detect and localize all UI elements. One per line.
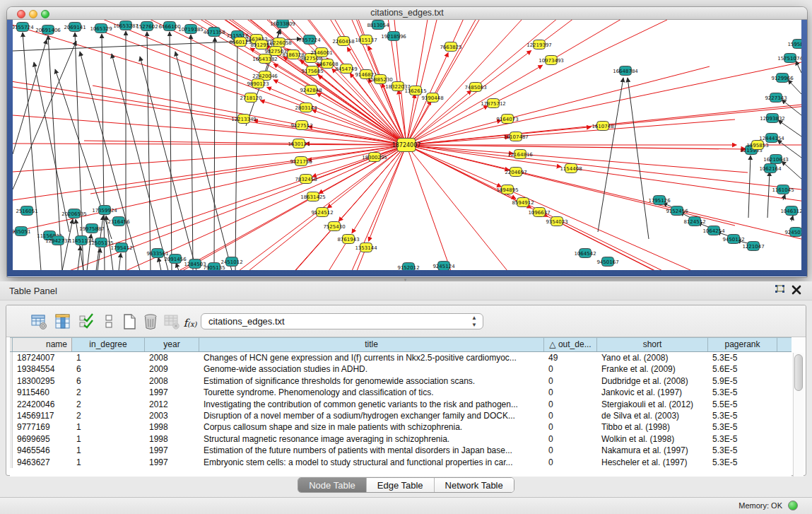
graph-node[interactable]: 18631425 (300, 192, 326, 201)
close-panel-icon[interactable] (789, 284, 804, 297)
graph-edge[interactable] (317, 93, 406, 145)
graph-edge[interactable] (598, 78, 623, 232)
graph-edge[interactable] (13, 145, 406, 172)
graph-edge[interactable] (147, 32, 151, 270)
tab-network-table[interactable]: Network Table (435, 478, 514, 492)
graph-edge[interactable] (516, 172, 735, 226)
graph-edge[interactable] (520, 154, 748, 173)
column-header-pagerank[interactable]: pagerank (708, 338, 777, 351)
window-titlebar[interactable]: citations_edges.txt (7, 7, 807, 20)
show-columns-icon[interactable] (54, 313, 71, 330)
graph-node[interactable]: 20206535 (61, 209, 87, 218)
graph-node[interactable]: 1154408 (560, 164, 582, 173)
graph-node[interactable]: 1353144 (355, 243, 377, 252)
graph-edge[interactable] (406, 20, 437, 145)
graph-node[interactable]: 9355724 (13, 23, 34, 32)
graph-edge[interactable] (235, 41, 237, 270)
graph-node[interactable]: 9129966 (771, 74, 794, 83)
graph-edge[interactable] (352, 145, 406, 270)
graph-edge[interactable] (507, 66, 710, 119)
graph-node[interactable]: 6466100 (158, 22, 180, 31)
graph-edge[interactable] (782, 100, 801, 115)
scrollbar-thumb[interactable] (794, 354, 803, 391)
graph-node[interactable]: 2204697 (505, 168, 526, 177)
graph-node[interactable]: 1630121 (288, 139, 310, 148)
graph-edge[interactable] (493, 20, 667, 103)
tab-edge-table[interactable]: Edge Table (367, 478, 435, 492)
table-row[interactable]: 946554611997Estimation of the future num… (10, 445, 792, 456)
graph-edge[interactable] (406, 20, 522, 145)
graph-node[interactable]: 7485083 (464, 83, 486, 92)
graph-node[interactable]: 8761943 (337, 235, 359, 244)
graph-edge[interactable] (62, 219, 73, 270)
graph-node[interactable]: 17875712 (481, 99, 506, 108)
graph-node[interactable]: 10653287 (113, 21, 139, 30)
column-header-year[interactable]: year (145, 338, 199, 351)
table-row[interactable]: 1830029562008Estimation of significance … (10, 375, 792, 387)
graph-node[interactable]: 19218596 (381, 32, 406, 41)
table-row[interactable]: 969969511998Structural magnetic resonanc… (10, 433, 792, 445)
graph-edge[interactable] (416, 20, 434, 90)
column-header-short[interactable]: short (597, 338, 708, 351)
column-header-out_de[interactable]: △ out_de... (544, 338, 597, 351)
graph-node[interactable]: 12093832 (760, 114, 785, 123)
function-builder-button[interactable]: f(x) (182, 315, 199, 332)
graph-node[interactable]: 7525430 (323, 222, 345, 231)
graph-edge[interactable] (748, 156, 751, 218)
graph-node[interactable]: 12164816 (507, 150, 533, 159)
graph-edge[interactable] (406, 20, 479, 145)
graph-edge[interactable] (170, 32, 172, 270)
graph-edge[interactable] (406, 62, 801, 145)
delete-column-icon[interactable] (142, 313, 159, 330)
memory-status-indicator[interactable] (788, 501, 798, 510)
table-row[interactable]: 977716911998Corpus callosum shape and si… (10, 421, 792, 433)
float-panel-icon[interactable] (772, 284, 787, 297)
table-row[interactable]: 946362711997Embryonic stem cells: a mode… (10, 457, 792, 468)
graph-node[interactable]: 1096637 (528, 208, 550, 217)
graph-edge[interactable] (523, 202, 756, 270)
graph-node[interactable]: 9152012 (397, 263, 419, 271)
graph-edge[interactable] (90, 161, 301, 194)
graph-node[interactable]: 1595815 (787, 40, 801, 49)
graph-node[interactable]: 19975887 (79, 224, 105, 233)
graph-node[interactable]: 1065329 (90, 24, 112, 33)
graph-edge[interactable] (126, 197, 313, 270)
graph-edge[interactable] (13, 40, 47, 154)
column-header-title[interactable]: title (199, 338, 544, 351)
graph-node[interactable]: 8454749 (335, 64, 357, 74)
graph-edge[interactable] (628, 78, 649, 239)
graph-node[interactable]: 1062164 (759, 164, 782, 173)
select-all-icon[interactable] (78, 313, 95, 330)
graph-node[interactable]: 9245124 (433, 262, 455, 271)
graph-edge[interactable] (175, 52, 232, 270)
graph-node[interactable]: 10973493 (539, 56, 564, 65)
table-vertical-scrollbar[interactable] (793, 353, 804, 477)
graph-edge[interactable] (102, 34, 105, 270)
graph-edge[interactable] (767, 172, 770, 218)
graph-edge[interactable] (406, 106, 488, 145)
graph-node[interactable]: 9524512 (311, 208, 333, 217)
graph-edge[interactable] (551, 20, 801, 60)
graph-node[interactable]: 1527602 (136, 22, 158, 31)
graph-node[interactable]: 15751074 (777, 54, 801, 63)
row-height-icon[interactable] (100, 313, 117, 330)
graph-node[interactable]: 8594912 (512, 198, 534, 207)
graph-edge[interactable] (406, 145, 746, 149)
graph-node[interactable]: 9450167 (596, 257, 618, 267)
graph-edge[interactable] (319, 145, 406, 194)
graph-edge[interactable] (191, 35, 193, 270)
table-row[interactable]: 911546021997Tourette syndrome. Phenomeno… (10, 387, 792, 398)
graph-node[interactable]: 16648784 (613, 66, 638, 76)
graph-edge[interactable] (782, 161, 801, 179)
graph-node[interactable]: 1795412 (110, 243, 132, 252)
column-header-name[interactable]: name (13, 338, 72, 351)
graph-node[interactable]: 1815137 (355, 35, 377, 45)
graph-edge[interactable] (516, 119, 735, 136)
graph-edge[interactable] (13, 145, 406, 232)
graph-edge[interactable] (233, 239, 348, 270)
column-header-in_degree[interactable]: in_degree (72, 338, 145, 351)
graph-node[interactable]: 935051 (13, 227, 30, 236)
graph-node[interactable]: 9354023 (546, 217, 567, 226)
graph-node[interactable]: 2069141 (64, 23, 86, 32)
graph-edge[interactable] (286, 20, 366, 40)
